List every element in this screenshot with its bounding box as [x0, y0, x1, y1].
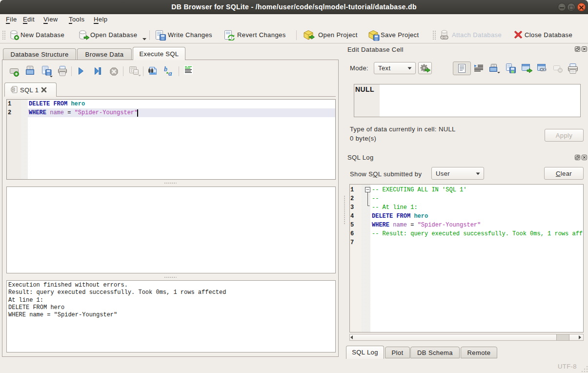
- svg-text:a: a: [168, 69, 172, 77]
- svg-text:b: b: [164, 65, 167, 73]
